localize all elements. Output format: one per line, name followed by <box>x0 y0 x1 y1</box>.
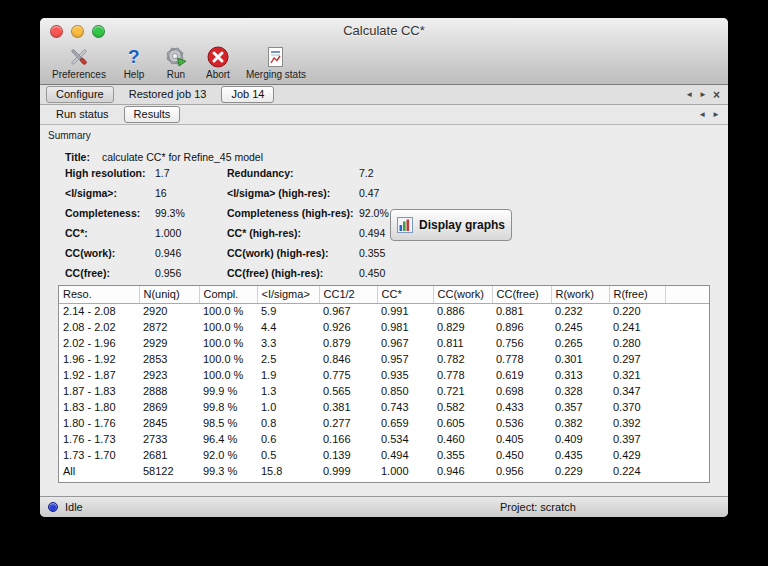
table-cell: 0.245 <box>551 319 609 335</box>
bar-chart-icon <box>397 217 413 233</box>
table-column-header[interactable]: R(free) <box>609 286 665 303</box>
table-row[interactable]: 1.96 - 1.922853100.0 %2.50.8460.9570.782… <box>59 351 709 367</box>
table-cell: 0.450 <box>492 447 551 463</box>
table-cell-filler <box>665 335 709 351</box>
zoom-window-button[interactable] <box>92 25 105 38</box>
preferences-icon <box>65 45 93 69</box>
close-window-button[interactable] <box>50 25 63 38</box>
table-column-header[interactable]: CC(free) <box>492 286 551 303</box>
table-cell: 0.355 <box>433 447 492 463</box>
table-cell: 1.76 - 1.73 <box>59 431 139 447</box>
summary-section-label: Summary <box>40 125 728 143</box>
table-cell: 4.4 <box>257 319 319 335</box>
toolbar-button-label: Run <box>167 69 185 80</box>
summary-label: Completeness: <box>65 207 155 219</box>
job-tabs: ConfigureRestored job 13Job 14 <box>46 86 685 103</box>
table-cell: 99.9 % <box>199 383 257 399</box>
display-graphs-button[interactable]: Display graphs <box>390 209 512 241</box>
minimize-window-button[interactable] <box>71 25 84 38</box>
table-cell: 0.967 <box>319 303 377 319</box>
table-cell: 0.382 <box>551 415 609 431</box>
table-cell: 2920 <box>139 303 199 319</box>
tab-scroll-left-icon[interactable]: ◄ <box>698 110 706 120</box>
table-cell: 1.96 - 1.92 <box>59 351 139 367</box>
table-cell: 0.811 <box>433 335 492 351</box>
summary-value: 0.450 <box>359 267 500 279</box>
table-cell: 100.0 % <box>199 303 257 319</box>
table-cell: 0.280 <box>609 335 665 351</box>
table-cell: 0.232 <box>551 303 609 319</box>
toolbar-button-run[interactable]: Run <box>162 45 190 80</box>
table-column-header[interactable]: N(uniq) <box>139 286 199 303</box>
subtab-results[interactable]: Results <box>124 106 181 123</box>
summary-label: CC*: <box>65 227 155 239</box>
summary-value: 0.355 <box>359 247 500 259</box>
table-column-header[interactable]: CC(work) <box>433 286 492 303</box>
table-cell: 0.881 <box>492 303 551 319</box>
table-row[interactable]: 1.83 - 1.80286999.8 %1.00.3810.7430.5820… <box>59 399 709 415</box>
table-cell: 0.946 <box>433 463 492 479</box>
table-cell: 0.619 <box>492 367 551 383</box>
tab-job-14[interactable]: Job 14 <box>221 86 274 103</box>
toolbar-button-label: Preferences <box>52 69 106 80</box>
table-header-row: Reso.N(uniq)Compl.<I/sigma>CC1/2CC*CC(wo… <box>59 286 709 303</box>
summary-label: Completeness (high-res): <box>227 207 359 219</box>
table-column-header[interactable]: CC* <box>377 286 433 303</box>
window-titlebar[interactable]: Calculate CC* <box>40 18 728 44</box>
table-row[interactable]: 1.73 - 1.70268192.0 %0.50.1390.4940.3550… <box>59 447 709 463</box>
table-cell: 2.08 - 2.02 <box>59 319 139 335</box>
table-cell: 0.370 <box>609 399 665 415</box>
tab-scroll-left-icon[interactable]: ◄ <box>685 90 693 100</box>
tab-configure[interactable]: Configure <box>46 86 114 103</box>
status-text: Idle <box>65 501 83 513</box>
window-header: Calculate CC* Preferences?HelpRunAbortMe… <box>40 18 728 85</box>
summary-value: 99.3% <box>155 207 227 219</box>
table-cell: 0.846 <box>319 351 377 367</box>
table-column-header[interactable]: Reso. <box>59 286 139 303</box>
table-cell-filler <box>665 463 709 479</box>
help-icon: ? <box>120 45 148 69</box>
summary-label: CC(work) (high-res): <box>227 247 359 259</box>
table-column-header[interactable]: Compl. <box>199 286 257 303</box>
table-cell: 0.981 <box>377 319 433 335</box>
screen-background: Calculate CC* Preferences?HelpRunAbortMe… <box>0 0 768 566</box>
table-cell: 0.565 <box>319 383 377 399</box>
table-cell: 0.999 <box>319 463 377 479</box>
table-cell: 0.605 <box>433 415 492 431</box>
table-cell: 0.582 <box>433 399 492 415</box>
table-row[interactable]: 1.80 - 1.76284598.5 %0.80.2770.6590.6050… <box>59 415 709 431</box>
toolbar-button-preferences[interactable]: Preferences <box>52 45 106 80</box>
table-row[interactable]: 2.08 - 2.022872100.0 %4.40.9260.9810.829… <box>59 319 709 335</box>
table-cell: 0.241 <box>609 319 665 335</box>
tab-scroll-right-icon[interactable]: ► <box>699 90 707 100</box>
table-cell: 0.886 <box>433 303 492 319</box>
table-column-header[interactable]: CC1/2 <box>319 286 377 303</box>
summary-label: <I/sigma>: <box>65 187 155 199</box>
tab-scroll-right-icon[interactable]: ► <box>712 110 720 120</box>
subtab-run-status[interactable]: Run status <box>46 106 119 123</box>
table-cell: 0.659 <box>377 415 433 431</box>
table-row[interactable]: 2.02 - 1.962929100.0 %3.30.8790.9670.811… <box>59 335 709 351</box>
tab-restored-job-13[interactable]: Restored job 13 <box>119 86 217 103</box>
table-cell: 0.139 <box>319 447 377 463</box>
table-row[interactable]: 1.76 - 1.73273396.4 %0.60.1660.5340.4600… <box>59 431 709 447</box>
table-row[interactable]: All5812299.3 %15.80.9991.0000.9460.9560.… <box>59 463 709 479</box>
table-cell: 2888 <box>139 383 199 399</box>
table-row[interactable]: 1.92 - 1.872923100.0 %1.90.7750.9350.778… <box>59 367 709 383</box>
run-icon <box>162 45 190 69</box>
toolbar-button-help[interactable]: ?Help <box>120 45 148 80</box>
table-cell: 1.000 <box>377 463 433 479</box>
table-cell: 0.967 <box>377 335 433 351</box>
table-cell: 0.926 <box>319 319 377 335</box>
table-column-header[interactable]: R(work) <box>551 286 609 303</box>
table-row[interactable]: 2.14 - 2.082920100.0 %5.90.9670.9910.886… <box>59 303 709 319</box>
toolbar-button-merging-stats[interactable]: Merging stats <box>246 45 306 80</box>
table-cell: 0.494 <box>377 447 433 463</box>
table-column-header[interactable]: <I/sigma> <box>257 286 319 303</box>
table-cell: 100.0 % <box>199 319 257 335</box>
tab-close-icon[interactable]: × <box>713 90 720 100</box>
table-cell: 100.0 % <box>199 351 257 367</box>
table-row[interactable]: 1.87 - 1.83288899.9 %1.30.5650.8500.7210… <box>59 383 709 399</box>
toolbar-button-abort[interactable]: Abort <box>204 45 232 80</box>
table-cell: 1.92 - 1.87 <box>59 367 139 383</box>
